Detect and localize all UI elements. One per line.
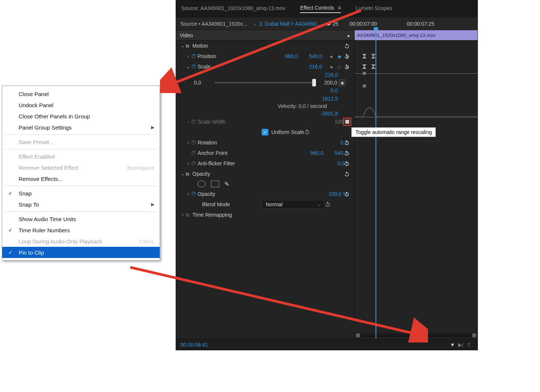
- tab-lumetri-scopes[interactable]: Lumetri Scopes: [356, 5, 392, 13]
- prop-anti-flicker[interactable]: › ⏱ Anti-flicker Filter 0,00: [176, 158, 354, 169]
- fx-badge-icon[interactable]: fx: [186, 43, 192, 49]
- reset-icon[interactable]: [343, 149, 351, 157]
- stopwatch-icon[interactable]: ⏱: [191, 191, 198, 197]
- position-y[interactable]: 540,0: [309, 53, 322, 59]
- export-icon[interactable]: ⇪: [465, 342, 473, 348]
- stopwatch-icon[interactable]: ⏱: [191, 150, 198, 156]
- blend-mode-select[interactable]: Normal ⌄: [262, 200, 325, 209]
- reset-icon[interactable]: [343, 52, 351, 60]
- panel-menu-icon[interactable]: ≡: [338, 5, 341, 11]
- stopwatch-icon[interactable]: ⏱: [191, 140, 198, 146]
- twirl-open-icon[interactable]: ⌄: [185, 64, 191, 69]
- collapse-icon[interactable]: ▲: [346, 33, 351, 38]
- twirl-right-icon[interactable]: ›: [185, 191, 191, 197]
- uniform-scale-row[interactable]: ✓ Uniform Scale: [176, 127, 354, 137]
- menu-show-audio-time-units[interactable]: Show Audio Time Units: [2, 213, 160, 224]
- twirl-open-icon[interactable]: ⌄: [180, 171, 186, 176]
- filter-icon[interactable]: ▼: [448, 342, 457, 348]
- rect-mask-icon[interactable]: [211, 181, 219, 187]
- reset-icon[interactable]: [343, 63, 351, 70]
- menu-panel-group-settings[interactable]: Panel Group Settings▶: [2, 122, 160, 133]
- twirl-right-icon[interactable]: ›: [180, 212, 186, 217]
- reset-icon[interactable]: [304, 129, 310, 136]
- current-timecode[interactable]: 00:00:06:41: [180, 342, 208, 348]
- twirl-right-icon[interactable]: ›: [185, 140, 191, 145]
- ellipse-mask-icon[interactable]: [198, 181, 206, 187]
- fx-badge-icon[interactable]: fx: [186, 171, 192, 177]
- add-keyframe-icon[interactable]: ◆: [338, 54, 342, 59]
- menu-separator: [5, 149, 157, 149]
- pen-mask-icon[interactable]: ✎: [224, 181, 229, 188]
- playhead[interactable]: [376, 30, 376, 339]
- scale-value[interactable]: 216,0: [309, 64, 322, 70]
- expand-graph-icon[interactable]: ▣: [339, 79, 345, 86]
- slider-track[interactable]: [215, 82, 314, 83]
- scroll-thumb-left[interactable]: [356, 333, 360, 338]
- reset-icon[interactable]: [343, 170, 351, 178]
- source-breadcrumb: Source • AA349901_1920x... ⌄ 3. Dubai Ma…: [176, 17, 477, 30]
- ruler-time-1: 00:00:07:00: [349, 21, 377, 27]
- stopwatch-icon[interactable]: ⏱: [191, 160, 198, 166]
- chevron-down-icon[interactable]: ⌄: [253, 21, 257, 26]
- twirl-right-icon[interactable]: ›: [185, 54, 191, 59]
- prop-position[interactable]: › ⏱ Position 960,0 540,0 ◄ ◆ ►: [176, 51, 354, 61]
- clip-bar[interactable]: AA349901_1920x1080_amq-13.mov: [355, 30, 477, 40]
- keyframe-icon[interactable]: [361, 53, 367, 59]
- graph-node-icon[interactable]: [363, 72, 366, 75]
- effect-motion[interactable]: ⌄ fx Motion: [176, 41, 354, 51]
- menu-time-ruler-numbers[interactable]: ✓Time Ruler Numbers: [2, 224, 160, 236]
- stopwatch-icon: ⏱: [191, 119, 198, 125]
- prop-blend-mode[interactable]: Blend Mode Normal ⌄: [176, 199, 354, 210]
- check-icon: ✓: [8, 190, 13, 196]
- submenu-arrow-icon: ▶: [151, 202, 154, 207]
- menu-snap-to[interactable]: Snap To▶: [2, 199, 160, 210]
- video-section-header[interactable]: Video ▲: [176, 30, 354, 41]
- keyframe-icon[interactable]: [361, 64, 367, 70]
- menu-close-panel[interactable]: Close Panel: [2, 88, 160, 99]
- toggle-range-rescale-button[interactable]: [343, 118, 351, 126]
- menu-remove-effects[interactable]: Remove Effects...: [2, 173, 160, 184]
- reset-icon[interactable]: [343, 160, 351, 167]
- play-indicator-icon[interactable]: ▶: [327, 21, 331, 26]
- scroll-thumb-right[interactable]: [472, 333, 476, 338]
- menu-label: Time Ruler Numbers: [19, 227, 70, 233]
- velocity-curve: [355, 96, 477, 122]
- play-only-icon[interactable]: ▶|: [457, 342, 465, 348]
- tab-source[interactable]: Source: AA349901_1920x1080_amq-13.mov: [181, 5, 285, 13]
- position-x[interactable]: 960,0: [285, 53, 298, 59]
- menu-accelerator: Ctrl+L: [140, 238, 154, 245]
- effect-opacity[interactable]: ⌄ fx Opacity: [176, 169, 354, 179]
- tab-effect-controls[interactable]: Effect Controls ≡: [300, 5, 341, 13]
- keyframe-tracks[interactable]: [355, 41, 477, 339]
- prop-scale[interactable]: ⌄ ⏱ Scale 216,0 ◄ ◇ ►: [176, 61, 354, 72]
- anchor-x[interactable]: 960,0: [310, 150, 323, 156]
- sequence-path[interactable]: 3. Dubai Mall > AA34990...: [259, 21, 321, 27]
- twirl-right-icon[interactable]: ›: [185, 161, 191, 166]
- menu-undock-panel[interactable]: Undock Panel: [2, 99, 160, 111]
- menu-pin-to-clip[interactable]: ✓Pin to Clip: [2, 247, 160, 258]
- menu-label: Remove Selected Effect: [19, 165, 79, 171]
- reset-icon[interactable]: [343, 139, 351, 146]
- menu-accelerator: Backspace: [127, 165, 154, 171]
- graph-node-icon[interactable]: [363, 85, 366, 87]
- reset-icon[interactable]: [325, 201, 331, 208]
- menu-close-other-panels[interactable]: Close Other Panels in Group: [2, 111, 160, 122]
- menu-label: Snap: [19, 190, 32, 197]
- twirl-open-icon[interactable]: ⌄: [180, 43, 186, 48]
- checkbox-checked-icon[interactable]: ✓: [262, 129, 268, 136]
- slider-thumb[interactable]: [312, 79, 316, 86]
- add-keyframe-icon[interactable]: ◇: [338, 64, 342, 70]
- reset-icon[interactable]: [343, 190, 351, 198]
- reset-icon[interactable]: [343, 42, 351, 50]
- stopwatch-icon[interactable]: ⏱: [191, 64, 198, 70]
- prop-opacity[interactable]: › ⏱ Opacity 100,0 %: [176, 189, 354, 199]
- effect-time-remapping[interactable]: › fx Time Remapping: [176, 210, 354, 220]
- scale-slider[interactable]: 0,0 200,0 ▣: [176, 78, 354, 87]
- menu-snap[interactable]: ✓Snap: [2, 188, 160, 199]
- stopwatch-icon[interactable]: ⏱: [191, 53, 198, 59]
- prop-rotation[interactable]: › ⏱ Rotation 0,0: [176, 137, 354, 148]
- timeline-scrollbar[interactable]: [356, 334, 476, 337]
- scale-label: Scale: [198, 64, 309, 70]
- keyframe-timeline[interactable]: AA349901_1920x1080_amq-13.mov: [355, 30, 477, 339]
- prop-anchor-point[interactable]: ⏱ Anchor Point 960,0 540,0: [176, 148, 354, 158]
